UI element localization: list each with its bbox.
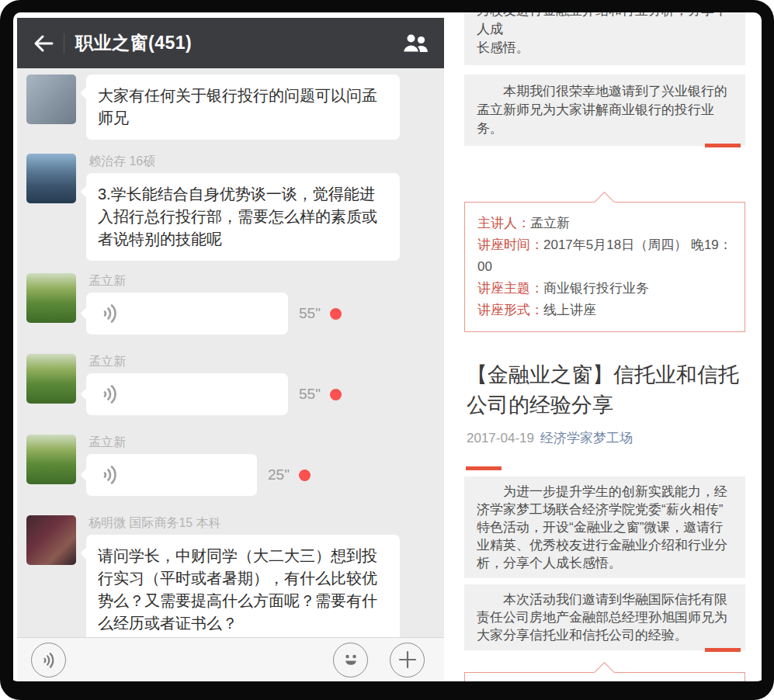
avatar[interactable] xyxy=(26,515,76,565)
sender-name: 杨明微 国际商务15 本科 xyxy=(89,515,435,531)
group-members-icon xyxy=(400,32,431,55)
chat-panel: 职业之窗(451) 大家有任何关于银行投行的问题可以问孟师兄赖治存 16硕3.学… xyxy=(17,18,444,681)
unread-dot xyxy=(299,470,311,481)
plus-icon xyxy=(397,650,418,670)
article-title: 【金融业之窗】信托业和信托公司的经验分享 xyxy=(467,360,745,421)
lecture-row: 讲座主题：商业银行投行业务 xyxy=(477,278,732,300)
article-paragraph-intro: 为进一步提升学生的创新实践能力，经济学家梦工场联合经济学院党委“薪火相传”特色活… xyxy=(464,476,745,578)
lecture-info-box-1: 主讲人：孟立新 讲座时间：2017年5月18日（周四） 晚19：00 讲座主题：… xyxy=(464,202,745,332)
header-divider xyxy=(64,33,64,54)
emoji-button[interactable] xyxy=(333,643,368,677)
accent-dash xyxy=(705,648,741,652)
text-message-bubble[interactable]: 大家有任何关于银行投行的问题可以问孟师兄 xyxy=(86,75,400,140)
group-members-button[interactable] xyxy=(397,28,433,59)
voice-waveform-icon xyxy=(100,383,122,405)
voice-duration: 55" xyxy=(299,386,321,403)
avatar[interactable] xyxy=(26,354,76,404)
voice-input-button[interactable] xyxy=(31,643,66,677)
lecture-row: 讲座时间：2017年5月18日（周四） 晚19：00 xyxy=(477,234,732,278)
sender-name: 孟立新 xyxy=(89,435,435,450)
callout-caret-icon xyxy=(594,662,615,683)
lecture-row: 主讲人：孟立新 xyxy=(477,213,732,234)
back-button[interactable] xyxy=(28,28,59,59)
sender-name: 孟立新 xyxy=(89,273,435,289)
sender-name: 孟立新 xyxy=(89,354,435,369)
article-paragraph-invite-2: 本次活动我们邀请到华融国际信托有限责任公司房地产金融部总经理孙旭国师兄为大家分享… xyxy=(464,584,745,650)
voice-waveform-icon xyxy=(100,303,122,324)
accent-dash xyxy=(705,144,741,147)
sender-name: 赖治存 16硕 xyxy=(89,154,435,169)
lecture-info-box-2: 主讲人：孙旭国 讲座时间：2017年4月21日（周五） 晚19:00 讲座主题：… xyxy=(464,672,745,700)
message-row: 孟立新55" xyxy=(17,354,444,415)
voice-input-icon xyxy=(40,650,58,669)
article-panel: 秀校友进行金融业介绍和行业分析，分享个人成 长感悟。 本期我们很荣幸地邀请到了兴… xyxy=(464,12,745,700)
message-row: 孟立新25" xyxy=(17,435,444,496)
message-row: 杨明微 国际商务15 本科请问学长，中财同学（大二大三）想到投行实习（平时或者暑… xyxy=(17,515,444,637)
text-message-bubble[interactable]: 3.学长能结合自身优势谈一谈，觉得能进入招行总行投行部，需要怎么样的素质或者说特… xyxy=(86,173,400,261)
more-button[interactable] xyxy=(390,643,425,677)
avatar[interactable] xyxy=(26,435,76,484)
article-author-link[interactable]: 经济学家梦工场 xyxy=(540,431,633,445)
lecture-row: 主讲人：孙旭国 xyxy=(477,683,732,700)
article-paragraph-clipped: 秀校友进行金融业介绍和行业分析，分享个人成 长感悟。 xyxy=(464,0,745,65)
message-row: 赖治存 16硕3.学长能结合自身优势谈一谈，觉得能进入招行总行投行部，需要怎么样… xyxy=(17,154,444,261)
chat-header: 职业之窗(451) xyxy=(17,18,444,68)
unread-dot xyxy=(330,308,342,320)
callout-caret-icon xyxy=(594,192,615,213)
message-input-area[interactable] xyxy=(77,645,322,674)
article-paragraph-invite-1: 本期我们很荣幸地邀请到了兴业银行的孟立新师兄为大家讲解商业银行的投行业务。 xyxy=(464,75,745,146)
voice-message-bubble[interactable] xyxy=(86,454,257,496)
chat-input-bar xyxy=(17,637,444,681)
avatar[interactable] xyxy=(26,154,76,203)
voice-message-bubble[interactable] xyxy=(86,373,288,415)
article-meta: 2017-04-19经济学家梦工场 xyxy=(467,430,745,446)
lecture-row: 讲座形式：线上讲座 xyxy=(477,300,732,321)
message-row: 大家有任何关于银行投行的问题可以问孟师兄 xyxy=(17,75,444,140)
chat-messages: 大家有任何关于银行投行的问题可以问孟师兄赖治存 16硕3.学长能结合自身优势谈一… xyxy=(17,68,444,637)
emoji-smiley-icon xyxy=(339,648,363,671)
text-message-bubble[interactable]: 请问学长，中财同学（大二大三）想到投行实习（平时或者暑期），有什么比较优势么？又… xyxy=(86,535,400,637)
voice-waveform-icon xyxy=(100,464,122,486)
chat-title: 职业之窗(451) xyxy=(75,31,192,55)
clipped-line-end: 长感悟。 xyxy=(477,39,733,57)
voice-message-bubble[interactable] xyxy=(86,293,288,334)
message-row: 孟立新55" xyxy=(17,273,444,334)
clipped-line: 秀校友进行金融业介绍和行业分析，分享个人成 xyxy=(477,2,733,39)
accent-dash xyxy=(466,466,502,470)
unread-dot xyxy=(330,389,342,400)
voice-duration: 25" xyxy=(268,466,290,483)
avatar[interactable] xyxy=(26,75,76,124)
voice-duration: 55" xyxy=(299,305,321,322)
screenshot-frame: 职业之窗(451) 大家有任何关于银行投行的问题可以问孟师兄赖治存 16硕3.学… xyxy=(0,0,774,700)
avatar[interactable] xyxy=(26,273,76,323)
back-arrow-icon xyxy=(32,32,55,55)
article-date: 2017-04-19 xyxy=(467,431,534,445)
